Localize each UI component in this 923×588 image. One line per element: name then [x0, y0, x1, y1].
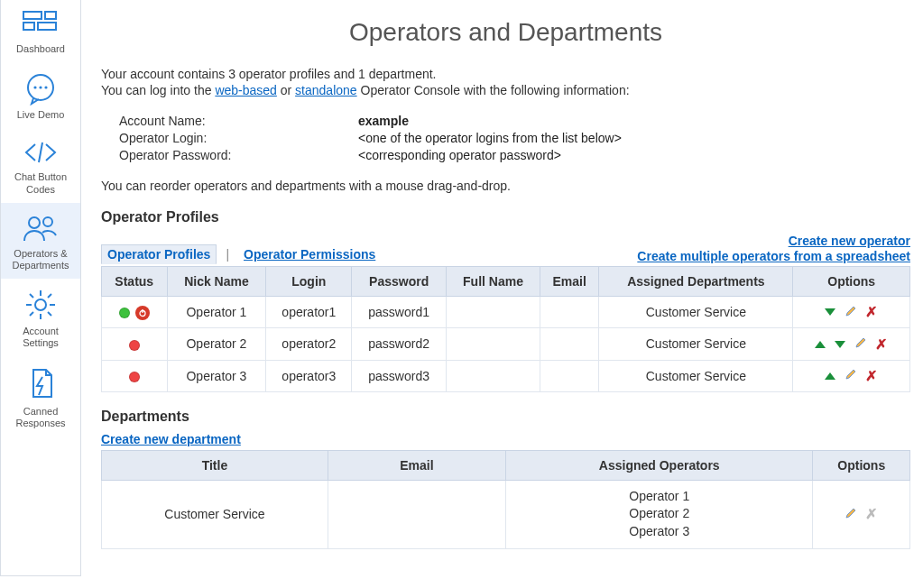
reorder-note: You can reorder operators and department… [101, 179, 910, 193]
svg-point-10 [43, 217, 52, 226]
cell-dept-title: Customer Service [102, 480, 328, 548]
svg-line-8 [39, 142, 42, 162]
cell-login: operator3 [266, 360, 352, 391]
edit-icon[interactable] [854, 336, 867, 352]
cell-nick: Operator 1 [167, 297, 266, 328]
col-password: Password [352, 267, 447, 297]
nav-account-settings[interactable]: Account Settings [1, 279, 80, 356]
cell-email [540, 328, 598, 360]
code-icon [21, 137, 60, 168]
nav-canned-responses[interactable]: Canned Responses [1, 357, 80, 436]
delete-icon[interactable]: ✗ [865, 368, 878, 384]
cell-dept-email [328, 480, 505, 548]
link-create-multiple-operators[interactable]: Create multiple operators from a spreads… [637, 249, 910, 263]
col-email: Email [328, 450, 505, 480]
main-content: Operators and Departments Your account c… [88, 0, 923, 576]
status-offline-icon [129, 340, 140, 351]
cell-dept-assigned: Operator 1 Operator 2 Operator 3 [505, 480, 813, 548]
col-title: Title [102, 450, 328, 480]
power-icon[interactable] [135, 306, 150, 320]
sidebar: Dashboard Live Demo Chat Button Codes Op… [0, 0, 81, 576]
department-row[interactable]: Customer Service Operator 1 Operator 2 O… [102, 480, 910, 548]
people-icon [21, 212, 60, 244]
move-down-icon[interactable] [825, 308, 835, 316]
cell-login: operator1 [266, 297, 352, 328]
svg-point-11 [35, 299, 46, 310]
svg-point-7 [44, 87, 47, 89]
cell-password: password1 [352, 297, 447, 328]
operator-row[interactable]: Operator 1 operator1 password1 Customer … [102, 297, 910, 328]
page-title: Operators and Departments [101, 18, 910, 47]
svg-point-6 [39, 87, 42, 89]
nav-operators-departments[interactable]: Operators & Departments [1, 203, 80, 279]
delete-icon[interactable]: ✗ [865, 304, 878, 320]
cell-email [540, 297, 598, 328]
link-standalone[interactable]: standalone [295, 83, 357, 97]
delete-icon[interactable]: ✗ [866, 506, 879, 522]
tab-operator-profiles[interactable]: Operator Profiles [101, 244, 217, 264]
col-assigned-ops: Assigned Operators [505, 450, 813, 480]
edit-icon[interactable] [845, 305, 857, 320]
cell-assigned: Customer Service [599, 360, 793, 391]
nav-dashboard[interactable]: Dashboard [1, 0, 80, 62]
status-online-icon [119, 308, 130, 318]
nav-label: Account Settings [23, 326, 59, 348]
nav-label: Live Demo [17, 109, 65, 120]
operator-row[interactable]: Operator 3 operator3 password3 Customer … [102, 360, 910, 391]
svg-line-16 [30, 294, 33, 298]
status-offline-icon [129, 372, 140, 382]
delete-icon[interactable]: ✗ [875, 336, 888, 353]
col-options: Options [813, 450, 910, 480]
cell-fullname [447, 328, 540, 360]
cell-password: password2 [352, 328, 447, 360]
svg-rect-2 [23, 23, 34, 30]
col-login: Login [266, 267, 352, 297]
departments-heading: Departments [101, 409, 910, 425]
col-status: Status [102, 267, 168, 297]
operator-row[interactable]: Operator 2 operator2 password2 Customer … [102, 328, 910, 360]
tab-operator-permissions[interactable]: Operator Permissions [238, 245, 381, 263]
col-nick: Nick Name [167, 267, 266, 297]
link-web-based[interactable]: web-based [215, 83, 277, 97]
link-create-new-department[interactable]: Create new department [101, 432, 241, 446]
operator-password-value: <corresponding operator password> [358, 148, 561, 162]
operator-login-label: Operator Login: [119, 131, 358, 145]
cell-fullname [447, 297, 540, 328]
edit-icon[interactable] [845, 507, 857, 522]
svg-line-17 [48, 312, 51, 316]
cell-assigned: Customer Service [599, 297, 793, 328]
nav-label: Operators & Departments [13, 248, 69, 271]
cell-nick: Operator 2 [167, 328, 266, 360]
operator-profiles-heading: Operator Profiles [101, 209, 910, 225]
col-fullname: Full Name [447, 267, 540, 297]
col-email: Email [540, 267, 598, 297]
operator-tabbar: Operator Profiles | Operator Permissions… [101, 233, 910, 264]
svg-point-5 [33, 87, 36, 89]
move-down-icon[interactable] [835, 341, 845, 348]
lightning-page-icon [21, 366, 60, 402]
edit-icon[interactable] [845, 368, 857, 383]
intro-line-2: You can log into the web-based or standa… [101, 83, 910, 97]
move-up-icon[interactable] [815, 341, 826, 348]
operator-login-value: <one of the operator logins from the lis… [358, 131, 622, 145]
move-up-icon[interactable] [825, 372, 835, 380]
nav-label: Canned Responses [15, 406, 65, 428]
operators-table: Status Nick Name Login Password Full Nam… [101, 266, 910, 392]
cell-password: password3 [352, 360, 447, 391]
chat-bubble-icon [21, 71, 60, 106]
col-options: Options [793, 267, 910, 297]
col-assigned: Assigned Departments [599, 267, 793, 297]
link-create-new-operator[interactable]: Create new operator [637, 234, 910, 248]
dashboard-icon [21, 9, 60, 40]
svg-rect-1 [45, 12, 56, 19]
svg-line-18 [48, 294, 51, 298]
nav-live-demo[interactable]: Live Demo [1, 62, 80, 128]
nav-label: Dashboard [16, 43, 65, 54]
cell-login: operator2 [266, 328, 352, 360]
nav-chat-button-codes[interactable]: Chat Button Codes [1, 128, 80, 202]
intro-line-1: Your account contains 3 operator profile… [101, 67, 910, 81]
account-name-label: Account Name: [119, 114, 358, 128]
cell-assigned: Customer Service [599, 328, 793, 360]
intro-block: Your account contains 3 operator profile… [101, 67, 910, 97]
tab-separator: | [226, 247, 229, 262]
